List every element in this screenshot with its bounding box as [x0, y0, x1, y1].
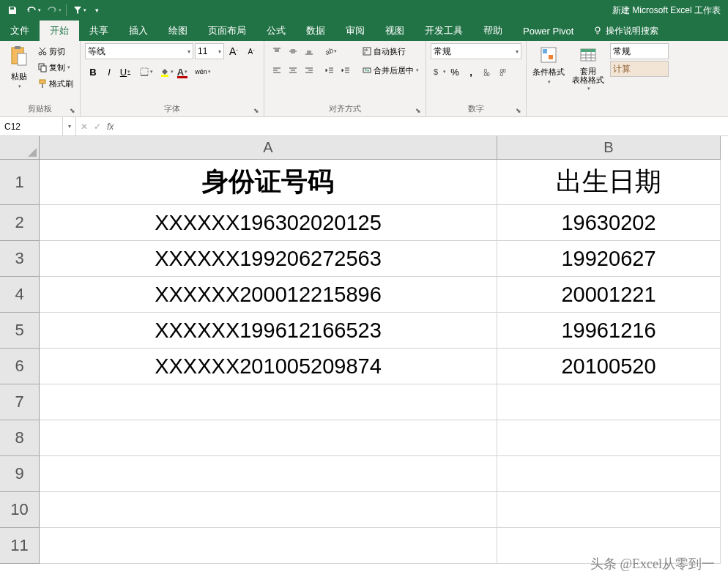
tab-file[interactable]: 文件 [0, 21, 40, 41]
tell-me-search[interactable]: 操作说明搜索 [593, 21, 658, 41]
style-normal-button[interactable]: 常规 [610, 43, 669, 59]
row-header-8[interactable]: 8 [0, 420, 40, 456]
cell-A6[interactable]: XXXXXX201005209874 [40, 349, 497, 384]
row-header-1[interactable]: 1 [0, 160, 40, 205]
decrease-font-button[interactable]: Aˇ [243, 43, 259, 59]
italic-button[interactable]: I [101, 64, 117, 80]
enter-formula-button[interactable]: ✓ [94, 122, 101, 132]
save-button[interactable] [3, 2, 22, 18]
cell-B10[interactable] [497, 492, 721, 528]
tab-formulas[interactable]: 公式 [256, 21, 296, 41]
qat-customize-button[interactable]: ▾ [90, 2, 103, 18]
align-top-button[interactable] [269, 43, 285, 59]
merge-center-button[interactable]: 合并后居中▾ [360, 62, 421, 78]
redo-button[interactable]: ▾ [44, 2, 63, 18]
row-header-7[interactable]: 7 [0, 384, 40, 420]
wrap-text-button[interactable]: abc 自动换行 [360, 43, 421, 59]
tab-draw[interactable]: 绘图 [158, 21, 198, 41]
cell-B9[interactable] [497, 456, 721, 492]
tab-view[interactable]: 视图 [375, 21, 415, 41]
cell-B4[interactable]: 20001221 [497, 277, 721, 313]
align-bottom-button[interactable] [301, 43, 317, 59]
cell-A5[interactable]: XXXXXX199612166523 [40, 313, 497, 349]
clipboard-launcher[interactable]: ⬊ [70, 107, 75, 114]
font-name-combo[interactable]: 等线▾ [85, 43, 193, 59]
tab-review[interactable]: 审阅 [335, 21, 375, 41]
copy-button[interactable]: 复制▾ [35, 59, 75, 75]
undo-button[interactable]: ▾ [23, 2, 42, 18]
cell-A2[interactable]: XXXXXX196302020125 [40, 205, 497, 241]
tab-power-pivot[interactable]: Power Pivot [513, 21, 584, 41]
orientation-button[interactable]: ab▾ [322, 43, 338, 59]
cell-A1[interactable]: 身份证号码 [40, 160, 497, 205]
name-box-dropdown[interactable]: ▾ [63, 117, 76, 135]
tab-insert[interactable]: 插入 [119, 21, 158, 41]
row-header-3[interactable]: 3 [0, 241, 40, 277]
align-left-button[interactable] [269, 62, 285, 78]
cell-A11[interactable] [40, 528, 497, 564]
cell-A4[interactable]: XXXXXX200012215896 [40, 277, 497, 313]
fx-button[interactable]: fx [107, 122, 114, 132]
align-center-button[interactable] [285, 62, 301, 78]
cell-A10[interactable] [40, 492, 497, 528]
row-header-6[interactable]: 6 [0, 349, 40, 384]
border-button[interactable]: ▾ [138, 64, 154, 80]
row-header-9[interactable]: 9 [0, 456, 40, 492]
cell-A8[interactable] [40, 420, 497, 456]
percent-button[interactable]: % [447, 64, 463, 80]
align-right-button[interactable] [301, 62, 317, 78]
tab-page-layout[interactable]: 页面布局 [198, 21, 256, 41]
row-header-4[interactable]: 4 [0, 277, 40, 313]
cell-B1[interactable]: 出生日期 [497, 160, 721, 205]
increase-decimal-button[interactable]: .0.00 [479, 64, 495, 80]
phonetic-button[interactable]: wén▾ [195, 64, 211, 80]
align-middle-button[interactable] [285, 43, 301, 59]
number-launcher[interactable]: ⬊ [516, 107, 521, 114]
alignment-launcher[interactable]: ⬊ [415, 107, 421, 114]
cell-A9[interactable] [40, 456, 497, 492]
row-header-11[interactable]: 11 [0, 528, 40, 564]
increase-indent-button[interactable] [338, 62, 354, 78]
tab-home[interactable]: 开始 [40, 21, 79, 41]
column-header-A[interactable]: A [40, 136, 497, 160]
conditional-format-button[interactable]: 条件格式▾ [531, 43, 566, 112]
row-header-10[interactable]: 10 [0, 492, 40, 528]
row-header-5[interactable]: 5 [0, 313, 40, 349]
cell-B6[interactable]: 20100520 [497, 349, 721, 384]
format-table-button[interactable]: 套用 表格格式▾ [568, 43, 609, 112]
font-size-combo[interactable]: 11▾ [195, 43, 224, 59]
select-all-button[interactable] [0, 136, 40, 160]
cancel-formula-button[interactable]: ✕ [81, 122, 88, 132]
comma-button[interactable]: , [463, 64, 479, 80]
underline-button[interactable]: U▾ [117, 64, 133, 80]
filter-button[interactable]: ▾ [70, 2, 89, 18]
paste-button[interactable]: 粘贴 ▾ [4, 43, 34, 101]
cell-B2[interactable]: 19630202 [497, 205, 721, 241]
cell-B3[interactable]: 19920627 [497, 241, 721, 277]
format-painter-button[interactable]: 格式刷 [35, 75, 75, 92]
cell-B8[interactable] [497, 420, 721, 456]
cell-B5[interactable]: 19961216 [497, 313, 721, 349]
increase-font-button[interactable]: Aˆ [226, 43, 242, 59]
decrease-decimal-button[interactable]: .00.0 [495, 64, 511, 80]
accounting-format-button[interactable]: $▾ [431, 64, 447, 80]
fill-color-button[interactable]: ▾ [158, 64, 174, 80]
tab-developer[interactable]: 开发工具 [415, 21, 473, 41]
style-calc-button[interactable]: 计算 [610, 61, 669, 77]
row-header-2[interactable]: 2 [0, 205, 40, 241]
decrease-indent-button[interactable] [322, 62, 338, 78]
cell-A3[interactable]: XXXXXX199206272563 [40, 241, 497, 277]
font-color-button[interactable]: A▾ [174, 64, 190, 80]
formula-input[interactable] [118, 117, 728, 135]
tab-share[interactable]: 共享 [79, 21, 119, 41]
cell-B7[interactable] [497, 384, 721, 420]
cut-button[interactable]: 剪切 [35, 43, 75, 59]
tab-data[interactable]: 数据 [296, 21, 335, 41]
cell-A7[interactable] [40, 384, 497, 420]
column-header-B[interactable]: B [497, 136, 721, 160]
name-box[interactable]: C12 [0, 117, 63, 135]
font-launcher[interactable]: ⬊ [253, 107, 259, 114]
tab-help[interactable]: 帮助 [473, 21, 513, 41]
bold-button[interactable]: B [85, 64, 101, 80]
number-format-combo[interactable]: 常规▾ [431, 43, 521, 59]
